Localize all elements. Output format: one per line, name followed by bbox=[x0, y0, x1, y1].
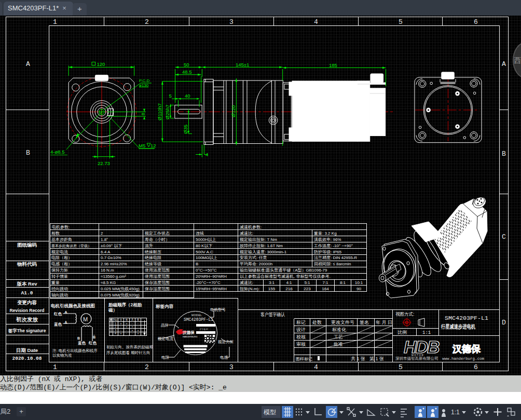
svg-text:基本步距角误差（空载）: 基本步距角误差（空载） bbox=[51, 244, 91, 248]
svg-text:Ø25h7: Ø25h7 bbox=[164, 104, 170, 119]
svg-text:-: - bbox=[120, 329, 121, 332]
svg-text:减速比:: 减速比: bbox=[240, 231, 253, 236]
svg-text:1:1: 1:1 bbox=[451, 409, 460, 416]
svg-text:设计: 设计 bbox=[296, 327, 306, 332]
svg-text:视图方式:: 视图方式: bbox=[395, 311, 414, 317]
svg-text:Revision Record: Revision Record bbox=[9, 308, 44, 313]
svg-text:SMC4203PF-L1: SMC4203PF-L1 bbox=[445, 315, 488, 321]
svg-text:2下各空: 2下各空 bbox=[200, 328, 209, 331]
svg-text:连续: 连续 bbox=[196, 231, 204, 236]
svg-text:+: + bbox=[120, 332, 121, 335]
svg-text:工作温度: -10° ~+90°: 工作温度: -10° ~+90° bbox=[314, 243, 353, 248]
svg-text:10:1: 10:1 bbox=[355, 280, 363, 285]
svg-text:保存温度范围: 保存温度范围 bbox=[145, 280, 170, 285]
svg-text:西: 西 bbox=[514, 56, 521, 64]
svg-text:ø130: ø130 bbox=[139, 83, 149, 88]
svg-text:磁）: 磁） bbox=[108, 307, 117, 313]
svg-text:序从尾线图看 顺时针方向: 序从尾线图看 顺时针方向 bbox=[106, 350, 150, 355]
svg-text:减速机参数:: 减速机参数: bbox=[240, 225, 262, 229]
svg-text:A: A bbox=[502, 60, 506, 68]
svg-text:145±1: 145±1 bbox=[236, 62, 249, 67]
svg-text:蓝色: 蓝色 bbox=[78, 341, 86, 345]
svg-text:签字The signature: 签字The signature bbox=[8, 328, 46, 333]
svg-text:标记: 标记 bbox=[296, 320, 306, 325]
svg-text:额定工作状态: 额定工作状态 bbox=[144, 231, 170, 236]
svg-text:以实物为准: 以实物为准 bbox=[52, 353, 72, 358]
svg-text:No: No bbox=[114, 318, 117, 321]
svg-text:电机引线颜色及接线图: 电机引线颜色及接线图 bbox=[51, 303, 95, 308]
svg-text:汉德保: 汉德保 bbox=[182, 330, 195, 335]
svg-text:Ø35: Ø35 bbox=[183, 125, 188, 134]
svg-text:216: 216 bbox=[285, 287, 293, 291]
svg-text:轴向跳动: 轴向跳动 bbox=[51, 293, 68, 297]
svg-text:-: - bbox=[132, 332, 133, 335]
svg-text:+: + bbox=[126, 322, 127, 325]
svg-text:初次发放: 初次发放 bbox=[16, 316, 38, 323]
svg-text:绝缘电阻: 绝缘电阻 bbox=[144, 255, 161, 260]
svg-text:汉德保: 汉德保 bbox=[452, 344, 481, 354]
svg-text:185: 185 bbox=[329, 62, 337, 68]
svg-text:额定电流: 额定电流 bbox=[51, 250, 68, 254]
svg-text:20%RH~90%RH: 20%RH~90%RH bbox=[196, 274, 227, 279]
svg-text:C: C bbox=[502, 233, 506, 241]
svg-text:2: 2 bbox=[145, 18, 149, 26]
svg-text:15%RH~95%RH: 15%RH~95%RH bbox=[196, 287, 227, 291]
svg-text:-: - bbox=[138, 322, 139, 325]
svg-text:Ā: Ā bbox=[64, 320, 67, 325]
svg-text:50: 50 bbox=[184, 62, 189, 67]
svg-text:物料代码: 物料代码 bbox=[17, 261, 37, 267]
svg-text:注: 电机引出线颜色和线序: 注: 电机引出线颜色和线序 bbox=[52, 348, 98, 353]
svg-text:SMC4203PF-L1: SMC4203PF-L1 bbox=[184, 317, 213, 322]
svg-text:6.4 A: 6.4 A bbox=[101, 250, 111, 254]
svg-text:4-ø8.5: 4-ø8.5 bbox=[50, 149, 64, 155]
svg-text:电阻（相）: 电阻（相） bbox=[51, 255, 72, 260]
svg-text:2: 2 bbox=[115, 325, 116, 328]
svg-text:相数: 相数 bbox=[51, 231, 60, 236]
svg-text:A: A bbox=[26, 60, 30, 68]
svg-text:B: B bbox=[196, 262, 198, 266]
svg-text:2.96 mH±20%: 2.96 mH±20% bbox=[101, 262, 127, 266]
svg-text:绝缘耐压: 绝缘耐压 bbox=[144, 250, 161, 254]
svg-text:工艺: 工艺 bbox=[334, 334, 343, 340]
svg-text:Ā: Ā bbox=[131, 318, 133, 321]
svg-text:初始方向。按所表的励磁顺: 初始方向。按所表的励磁顺 bbox=[106, 345, 154, 349]
svg-text:日期 Date: 日期 Date bbox=[16, 347, 38, 353]
svg-text:3: 3 bbox=[115, 329, 116, 332]
svg-text:年 月 日: 年 月 日 bbox=[376, 320, 392, 325]
svg-text:Ø110h7: Ø110h7 bbox=[157, 103, 162, 120]
svg-text:0.075 MM(负载920g): 0.075 MM(负载920g) bbox=[101, 293, 140, 297]
svg-text:审核: 审核 bbox=[296, 342, 306, 347]
svg-text:签名: 签名 bbox=[360, 320, 369, 325]
svg-text:红色: 红色 bbox=[88, 341, 97, 345]
svg-text:HANDERBURG: HANDERBURG bbox=[183, 335, 197, 338]
svg-text:40: 40 bbox=[185, 93, 190, 99]
svg-text:满载效率: 96%: 满载效率: 96% bbox=[313, 237, 341, 242]
svg-text:品牌: 品牌 bbox=[161, 323, 169, 328]
svg-text:批准: 批准 bbox=[333, 342, 343, 347]
svg-text:D: D bbox=[502, 319, 506, 327]
svg-text:基本步距角: 基本步距角 bbox=[51, 237, 72, 242]
svg-text:标签内容: 标签内容 bbox=[155, 304, 174, 309]
svg-text:M5: M5 bbox=[139, 143, 145, 148]
svg-text:共 1 张: 共 1 张 bbox=[351, 356, 365, 361]
svg-text:7:1: 7:1 bbox=[322, 280, 328, 285]
svg-text:4: 4 bbox=[115, 332, 116, 335]
svg-text:温升: 温升 bbox=[145, 243, 153, 248]
svg-text:客户签字确认: 客户签字确认 bbox=[260, 311, 285, 317]
svg-text:B: B bbox=[26, 149, 30, 157]
svg-text:扭矩(N.m):: 扭矩(N.m): bbox=[239, 287, 259, 291]
svg-text:A: A bbox=[120, 318, 122, 321]
svg-text:-: - bbox=[126, 329, 127, 332]
svg-text:MODEL: MODEL bbox=[191, 314, 202, 317]
svg-text:安装方式: 任意: 安装方式: 任意 bbox=[240, 255, 267, 260]
svg-text:≈8.5 KG: ≈8.5 KG bbox=[101, 280, 116, 285]
svg-text:转子惯量: 转子惯量 bbox=[51, 274, 68, 279]
svg-text:16 N.m: 16 N.m bbox=[101, 268, 114, 273]
svg-text:1:1: 1:1 bbox=[422, 330, 431, 335]
svg-text:www.handerburg.com: www.handerburg.com bbox=[442, 357, 485, 361]
svg-text:5:1: 5:1 bbox=[304, 280, 310, 285]
svg-text:2020.10.08: 2020.10.08 bbox=[12, 356, 42, 361]
svg-text:版本 Rev: 版本 Rev bbox=[16, 281, 37, 287]
svg-text:0.7 Ω±10%: 0.7 Ω±10% bbox=[101, 255, 121, 260]
svg-text:B: B bbox=[502, 150, 506, 158]
